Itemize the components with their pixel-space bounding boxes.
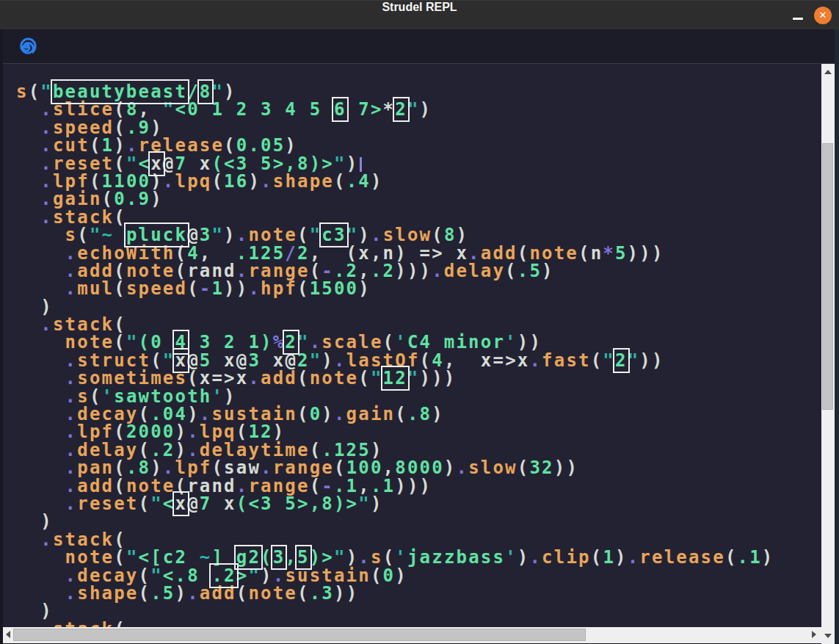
code-token: " <box>358 493 371 514</box>
code-line[interactable]: .struct("x@5 x@3 x@2").lastOf(4, x=>x.fa… <box>16 350 821 368</box>
code-token: . <box>65 493 78 514</box>
code-token: * <box>383 99 396 120</box>
code-line[interactable]: .decay(.04).sustain(0).gain(.8) <box>16 404 821 422</box>
scroll-right-arrow-icon[interactable] <box>812 631 816 638</box>
code-token: release <box>639 547 725 568</box>
code-line[interactable]: .add(note(rand.range(-.1,.1))) <box>16 476 821 493</box>
code-token: ) <box>175 583 187 604</box>
code-line[interactable]: note("<[c2 ~] g2(3,5)>").s('jazzbass').c… <box>16 547 821 565</box>
code-line[interactable]: .reset("<x@7 x(<3 5>,8)>") <box>16 153 821 171</box>
code-token: ))) <box>395 476 432 496</box>
code-line[interactable]: .stack( <box>16 529 821 547</box>
code-line[interactable]: .add(note(rand.range(-.2,.2))).delay(.5) <box>16 261 821 278</box>
code-lines: s("beautybeast/8") .slice(8, "<0 1 2 3 4… <box>16 82 821 627</box>
pattern-highlight: 12 <box>383 368 407 388</box>
code-token: jazzbass <box>407 547 505 568</box>
code-token: ) <box>150 189 163 209</box>
code-token: ))) <box>628 243 664 264</box>
code-token <box>16 619 40 627</box>
code-line[interactable]: .delay(.2).delaytime(.125) <box>16 440 821 457</box>
horizontal-scrollbar[interactable] <box>3 627 821 643</box>
code-token: " <box>603 350 615 371</box>
code-token: . <box>65 278 78 299</box>
strudel-spiral-logo-icon[interactable] <box>16 36 37 57</box>
code-token: " <box>371 368 383 388</box>
code-editor[interactable]: s("beautybeast/8") .slice(8, "<0 1 2 3 4… <box>3 64 821 627</box>
code-token: ) <box>444 457 457 478</box>
code-line[interactable]: .mul(speed(-1)).hpf(1500) <box>16 278 821 296</box>
code-line[interactable]: note("(0 4 3 2 1)%2".scale('C4 minor')) <box>16 332 821 350</box>
horizontal-scrollbar-thumb[interactable] <box>13 629 586 641</box>
code-token: ( <box>371 565 383 586</box>
code-line[interactable]: .shape(.5).add(note(.3)) <box>16 583 821 601</box>
code-line[interactable]: .stack( <box>16 314 821 332</box>
pattern-highlight: x <box>175 493 187 514</box>
app-toolbar <box>0 29 839 64</box>
code-line[interactable]: .stack( <box>16 619 821 627</box>
code-line[interactable]: .stack( <box>16 207 821 225</box>
code-line[interactable]: .speed(.9) <box>16 117 821 135</box>
code-line[interactable]: .lpf(1100).lpq(16).shape(.4) <box>16 171 821 189</box>
close-button[interactable]: ✕ <box>814 7 832 24</box>
code-token: ( <box>187 278 200 299</box>
code-line[interactable]: ) <box>16 601 821 618</box>
code-token: lpq <box>175 171 212 192</box>
code-token: .8 <box>407 404 432 424</box>
code-token: ) <box>542 261 554 281</box>
code-token: < <box>163 493 175 514</box>
code-line[interactable]: .gain(0.9) <box>16 189 821 206</box>
code-token: x <box>224 493 236 514</box>
code-token: ( <box>114 278 126 299</box>
code-token: )) <box>334 583 358 604</box>
scroll-down-arrow-icon[interactable] <box>824 634 832 638</box>
code-line[interactable]: ) <box>16 297 821 314</box>
window-titlebar: Strudel REPL ✕ <box>0 0 839 29</box>
code-line[interactable]: ) <box>16 511 821 529</box>
code-line[interactable]: .decay("<.8 .2>").sustain(0) <box>16 565 821 583</box>
scroll-up-arrow-icon[interactable] <box>824 70 832 74</box>
minimize-button[interactable] <box>790 1 806 30</box>
code-token: 1 <box>603 547 615 568</box>
code-token: ( <box>334 171 346 192</box>
code-token: . <box>248 368 261 388</box>
code-token: speed <box>126 278 187 299</box>
code-line[interactable]: .sometimes(x=>x.add(note("12"))) <box>16 368 821 386</box>
vertical-scrollbar[interactable] <box>821 64 835 644</box>
code-token: ( <box>395 404 407 424</box>
code-token: . <box>334 404 346 424</box>
code-token: 0 <box>310 404 322 424</box>
code-token: " <box>150 493 163 514</box>
code-token: 0 <box>383 565 396 586</box>
code-token: ) <box>762 547 774 568</box>
code-line[interactable]: s("~ pluck@3").note("c3").slow(8) <box>16 225 821 242</box>
window-title: Strudel REPL <box>0 1 839 30</box>
code-line[interactable]: .pan(.8).lpf(saw.range(100,8000).slow(32… <box>16 457 821 475</box>
code-token: ) <box>395 565 407 586</box>
text-cursor <box>360 157 362 172</box>
code-token: stack <box>53 619 114 627</box>
pattern-highlight: 6 <box>334 99 346 120</box>
code-line[interactable]: .slice(8, "<0 1 2 3 4 5 6 7>*2") <box>16 99 821 117</box>
code-line[interactable]: s("beautybeast/8") <box>16 82 821 99</box>
code-line[interactable]: .lpf(2000).lpq(12) <box>16 422 821 439</box>
vertical-scrollbar-thumb[interactable] <box>822 143 833 410</box>
code-token: fast <box>542 350 591 371</box>
code-token: 5 <box>615 243 628 264</box>
code-token: . <box>628 547 640 568</box>
scroll-left-arrow-icon[interactable] <box>6 631 10 638</box>
code-line[interactable]: .cut(1).release(0.05) <box>16 135 821 153</box>
code-token: shape <box>77 583 138 604</box>
code-token: - <box>200 278 212 299</box>
code-token: ) <box>371 171 383 192</box>
code-token: ( <box>505 261 517 281</box>
code-line[interactable]: .echoWith(4, .125/2, (x,n) => x.add(note… <box>16 243 821 261</box>
window-border-right <box>835 29 839 644</box>
code-line[interactable]: .s('sawtooth') <box>16 386 821 404</box>
code-token: ( <box>211 171 224 192</box>
code-token: .2 <box>371 261 395 281</box>
code-line[interactable]: .reset("<x@7 x(<3 5>,8)>") <box>16 493 821 511</box>
code-token: ) <box>615 547 628 568</box>
code-token: hpf <box>261 278 297 299</box>
code-token: add <box>200 583 236 604</box>
code-token: ( <box>578 243 591 264</box>
